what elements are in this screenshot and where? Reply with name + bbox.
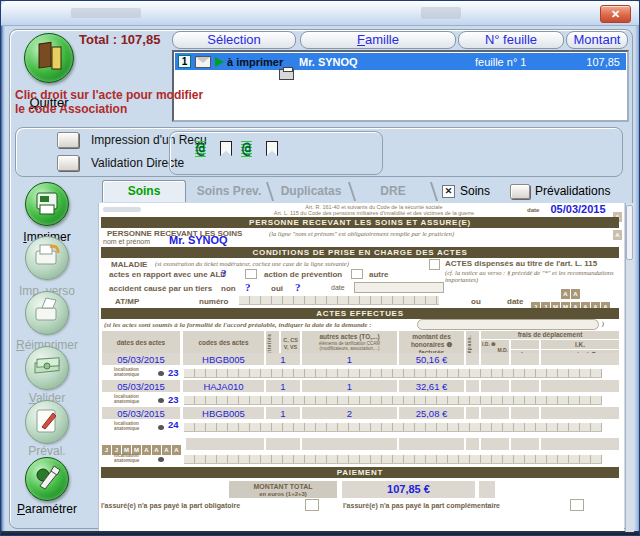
wrench-icon <box>26 458 68 500</box>
band-conditions: CONDITIONS DE PRISE EN CHARGE DES ACTES <box>101 247 619 258</box>
loc-marker-icon <box>158 371 164 376</box>
direct-validation-toggle-button[interactable] <box>57 155 79 171</box>
hint-line2: le code Association <box>15 102 127 116</box>
act-row[interactable]: 05/03/2015 HAJA010 1 1 32,61 € <box>102 380 619 392</box>
total-label-cell: MONTANT TOTAL en euros (1+2+3) <box>229 481 337 498</box>
note-pen-icon <box>26 401 68 443</box>
oui-question-value[interactable]: ? <box>295 281 301 293</box>
column-header-feuille[interactable]: N° feuille <box>458 31 564 49</box>
ald-question-value[interactable]: ? <box>221 267 227 279</box>
tab-soins[interactable]: Soins <box>102 180 186 202</box>
tab-duplicatas[interactable]: Duplicatas <box>273 182 349 201</box>
act-code: HBGB005 <box>183 354 264 365</box>
row-index-badge: 1 <box>178 55 191 68</box>
th-ik: I.K. <box>541 340 619 349</box>
printer-verso-icon <box>26 237 68 279</box>
act-amount: 50,16 € <box>399 354 464 365</box>
name-value[interactable]: Mr. SYNOQ <box>169 234 228 246</box>
band-paiement: PAIEMENT <box>101 467 619 478</box>
name-label: nom et prénom <box>103 238 150 245</box>
settings-label: Paramétrer <box>1 502 93 516</box>
accident-label: accident causé par un tiers <box>109 284 212 293</box>
act-row[interactable]: 05/03/2015 HBGB005 1 2 25,08 € <box>102 407 619 419</box>
reprint-button[interactable] <box>25 291 69 335</box>
empty-act-row[interactable]: JJMMAAAA <box>102 438 619 450</box>
door-icon <box>25 34 73 82</box>
atmp-date-label: date <box>507 297 523 306</box>
list-row[interactable]: 1 à imprimer Mr. SYNOQ feuille n° 1 107,… <box>175 53 626 70</box>
act-code: HAJA010 <box>183 381 264 392</box>
prevention-checkbox[interactable] <box>245 269 257 279</box>
anatomic-location-row: localisationanatomique 23 <box>102 394 619 406</box>
email-at-icon[interactable]: @ <box>195 141 206 157</box>
hint-line1: Clic droit sur l'acte pour modifier <box>15 88 203 102</box>
maladie-note: (si exonération du ticket modérateur, co… <box>155 260 349 267</box>
print-verso-button[interactable] <box>25 236 69 280</box>
validate-button[interactable] <box>25 346 69 390</box>
act-other: 1 <box>302 381 397 392</box>
accord-date-input[interactable] <box>417 319 599 330</box>
form-number-smudge <box>103 207 141 212</box>
act-date: 05/03/2015 <box>102 354 180 365</box>
tab-soins-prev[interactable]: Soins Prev. <box>191 182 267 201</box>
accident-date-input[interactable] <box>354 282 444 293</box>
l115-checkbox[interactable] <box>429 259 440 270</box>
act-amount: 32,61 € <box>399 381 464 392</box>
window-border-bottom <box>1 531 640 536</box>
accord-close: ) <box>602 320 604 327</box>
th-ik-spacer <box>511 340 539 349</box>
column-header-famille[interactable]: Famille <box>300 31 456 49</box>
receipt-toggle-button[interactable] <box>57 132 79 148</box>
loc-value: 24 <box>168 419 179 430</box>
background-artifact <box>71 8 141 18</box>
ald-label: actes en rapport avec une ALD <box>109 270 226 279</box>
reprint-icon <box>26 292 68 334</box>
printer-icon <box>279 69 294 80</box>
total-extra-cell <box>479 481 495 498</box>
prevalidations-toggle-button[interactable] <box>510 184 530 199</box>
titlebar[interactable] <box>1 1 640 26</box>
autre-checkbox[interactable] <box>351 269 363 279</box>
act-row[interactable]: 05/03/2015 HBGB005 1 1 50,16 € <box>102 353 619 365</box>
atmp-label: AT/MP <box>115 297 139 306</box>
act-other: 1 <box>302 354 397 365</box>
paid-left-checkbox[interactable] <box>305 499 319 511</box>
tab-dre[interactable]: DRE <box>355 182 431 201</box>
quit-button[interactable] <box>24 33 74 83</box>
autre-label: autre <box>369 270 389 279</box>
non-question-value[interactable]: ? <box>245 281 251 293</box>
ou-label: ou <box>471 297 481 306</box>
numero-label: numéro <box>199 297 228 306</box>
sheets-list[interactable]: 1 à imprimer Mr. SYNOQ feuille n° 1 107,… <box>172 50 629 122</box>
person-note: (la ligne "nom et prénom" est obligatoir… <box>269 230 454 237</box>
oui-label: oui <box>271 284 283 293</box>
email-at-icon[interactable]: @ <box>241 141 252 157</box>
date-label: date <box>527 207 539 213</box>
anatomic-location-row: localisationanatomique 24 <box>102 421 619 433</box>
total-value: 107,85 € <box>342 483 475 495</box>
preval-button[interactable] <box>25 400 69 444</box>
care-sheet-form: Art. R. 161-40 et suivants du Code de la… <box>98 203 624 531</box>
band-actes: ACTES EFFECTUES <box>101 308 619 319</box>
close-button[interactable]: ✕ <box>600 5 631 23</box>
column-header-montant[interactable]: Montant <box>566 31 628 49</box>
paid-right-checkbox[interactable] <box>570 499 584 511</box>
window: ✕ Quitter Total : 107,85 Sélection Famil… <box>0 0 640 536</box>
prevention-label: action de prévention <box>264 270 342 279</box>
numero-boxes[interactable] <box>239 296 439 305</box>
law-line2: Art. L. 115 du Code des pensions militai… <box>219 210 529 216</box>
column-header-selection[interactable]: Sélection <box>172 31 296 49</box>
act-code: HBGB005 <box>183 408 264 419</box>
settings-button[interactable] <box>25 457 69 501</box>
loc-ruler <box>184 423 602 432</box>
loc-ruler <box>184 369 602 378</box>
soins-checkbox[interactable]: ✕ <box>442 185 455 198</box>
l115-note: (cf. la notice au verso : § précédé de "… <box>445 269 621 283</box>
row-amount: 107,85 <box>586 56 620 68</box>
print-button[interactable] <box>25 182 69 226</box>
date-value[interactable]: 05/03/2015 <box>545 203 611 215</box>
band-person: PERSONNE RECEVANT LES SOINS ET ASSURE(E) <box>101 217 619 228</box>
form-scrollbar-thumb[interactable] <box>626 205 633 260</box>
act-date: 05/03/2015 <box>102 408 180 419</box>
row-sheet-number: feuille n° 1 <box>475 56 527 68</box>
